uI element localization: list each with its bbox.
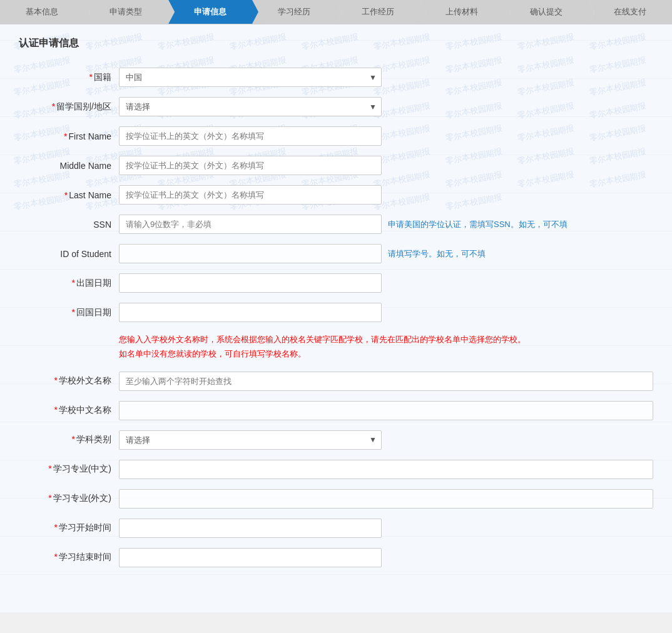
step-upload-materials[interactable]: 上传材料 (420, 0, 504, 24)
school-info-block: 您输入入学校外文名称时，系统会根据您输入的校名关键字匹配学校，请先在匹配出的学校… (119, 332, 653, 362)
step-navigation: 基本信息 申请类型 申请信息 学习经历 工作经历 上传材料 确认提交 在线支付 (0, 0, 672, 24)
study-start-row: 学习开始时间 (19, 519, 653, 538)
departure-date-label: 出国日期 (19, 278, 119, 289)
step-basic-info[interactable]: 基本信息 (0, 0, 84, 24)
school-chinese-name-input[interactable] (119, 401, 653, 420)
major-en-row: 学习专业(外文) (19, 489, 653, 509)
last-name-label: Last Name (19, 190, 119, 200)
school-foreign-name-label: 学校外文名称 (19, 375, 119, 387)
student-id-label: ID of Student (19, 249, 119, 259)
return-date-label: 回国日期 (19, 307, 119, 318)
first-name-input[interactable] (119, 126, 382, 146)
student-id-input[interactable] (119, 244, 382, 263)
ssn-input[interactable] (119, 215, 382, 234)
study-end-input[interactable] (119, 548, 382, 567)
step-work-history[interactable]: 工作经历 (336, 0, 420, 24)
school-chinese-name-row: 学校中文名称 (19, 401, 653, 420)
middle-name-label: Middle Name (19, 161, 119, 171)
nationality-select-wrap: 中国 其他 ▼ (119, 68, 382, 87)
school-foreign-name-input[interactable] (119, 372, 653, 391)
section-title: 认证申请信息 (19, 37, 653, 55)
first-name-row: First Name (19, 126, 653, 146)
subject-category-row: 学科类别 请选择 ▼ (19, 430, 653, 450)
student-id-row: ID of Student 请填写学号。如无，可不填 (19, 244, 653, 263)
step-application-info[interactable]: 申请信息 (168, 0, 252, 24)
middle-name-input[interactable] (119, 156, 382, 175)
major-cn-label: 学习专业(中文) (19, 463, 119, 475)
subject-category-select[interactable]: 请选择 (119, 430, 382, 450)
ssn-hint: 申请美国的学位认证，需填写SSN。如无，可不填 (388, 219, 568, 230)
subject-category-label: 学科类别 (19, 434, 119, 445)
last-name-input[interactable] (119, 185, 382, 205)
study-end-label: 学习结束时间 (19, 552, 119, 563)
study-end-row: 学习结束时间 (19, 548, 653, 567)
major-en-input[interactable] (119, 489, 653, 509)
return-date-input[interactable] (119, 303, 382, 322)
study-country-row: 留学国别/地区 请选择 ▼ (19, 97, 653, 116)
study-start-label: 学习开始时间 (19, 522, 119, 534)
study-country-select-wrap: 请选择 ▼ (119, 97, 382, 116)
ssn-label: SSN (19, 220, 119, 230)
nationality-select[interactable]: 中国 其他 (119, 68, 382, 87)
step-online-payment[interactable]: 在线支付 (588, 0, 672, 24)
nationality-label: 国籍 (19, 72, 119, 83)
step-study-history[interactable]: 学习经历 (252, 0, 336, 24)
major-cn-row: 学习专业(中文) (19, 460, 653, 479)
info-line1: 您输入入学校外文名称时，系统会根据您输入的校名关键字匹配学校，请先在匹配出的学校… (119, 332, 653, 347)
first-name-label: First Name (19, 131, 119, 141)
major-en-label: 学习专业(外文) (19, 493, 119, 504)
step-confirm-submit[interactable]: 确认提交 (504, 0, 588, 24)
info-line2: 如名单中没有您就读的学校，可自行填写学校名称。 (119, 347, 653, 361)
study-country-label: 留学国别/地区 (19, 101, 119, 113)
return-date-row: 回国日期 (19, 303, 653, 322)
step-application-type[interactable]: 申请类型 (84, 0, 168, 24)
last-name-row: Last Name (19, 185, 653, 205)
departure-date-row: 出国日期 (19, 273, 653, 293)
study-start-input[interactable] (119, 519, 382, 538)
student-id-hint: 请填写学号。如无，可不填 (388, 248, 486, 260)
ssn-row: SSN 申请美国的学位认证，需填写SSN。如无，可不填 (19, 215, 653, 234)
nationality-row: 国籍 中国 其他 ▼ (19, 68, 653, 87)
school-chinese-name-label: 学校中文名称 (19, 405, 119, 416)
subject-category-select-wrap: 请选择 ▼ (119, 430, 382, 450)
departure-date-input[interactable] (119, 273, 382, 293)
major-cn-input[interactable] (119, 460, 653, 479)
school-foreign-name-row: 学校外文名称 (19, 372, 653, 391)
study-country-select[interactable]: 请选择 (119, 97, 382, 116)
middle-name-row: Middle Name (19, 156, 653, 175)
